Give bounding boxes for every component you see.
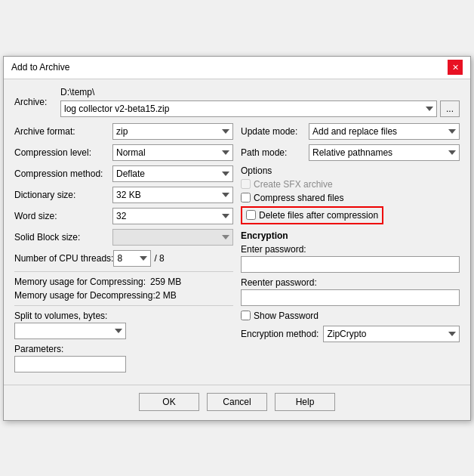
memory-compress-value: 259 MB	[150, 277, 181, 287]
delete-files-row: Delete files after compression	[241, 206, 460, 224]
reenter-password-label: Reenter password:	[241, 277, 460, 288]
divider-1	[14, 271, 233, 272]
encryption-title: Encryption	[241, 230, 460, 241]
create-sfx-row: Create SFX archive	[241, 179, 460, 190]
compression-level-row: Compression level: Normal	[14, 144, 233, 161]
memory-decompress-row: Memory usage for Decompressing: 2 MB	[14, 290, 233, 301]
archive-format-label: Archive format:	[14, 126, 112, 137]
archive-path: D:\temp\	[60, 87, 460, 97]
encryption-method-combo[interactable]: ZipCrypto	[323, 326, 460, 342]
solid-block-combo[interactable]	[112, 229, 233, 246]
cpu-threads-label: Number of CPU threads:	[14, 253, 113, 264]
path-mode-row: Path mode: Relative pathnames	[241, 144, 460, 161]
word-size-row: Word size: 32	[14, 208, 233, 224]
delete-files-label: Delete files after compression	[259, 210, 378, 221]
create-sfx-checkbox[interactable]	[241, 179, 251, 189]
compression-level-combo[interactable]: Normal	[112, 144, 233, 161]
archive-label: Archive:	[14, 97, 56, 107]
archive-select-row: log collector v2-beta15.zip ...	[60, 100, 460, 117]
dictionary-size-combo[interactable]: 32 KB	[112, 187, 233, 203]
enter-password-input[interactable]	[241, 256, 460, 273]
dialog-title: Add to Archive	[11, 62, 69, 73]
ok-button[interactable]: OK	[139, 393, 199, 411]
memory-decompress-label: Memory usage for Decompressing:	[14, 290, 155, 301]
compression-method-row: Compression method: Deflate	[14, 165, 233, 182]
reenter-password-input[interactable]	[241, 289, 460, 306]
compression-method-combo[interactable]: Deflate	[112, 165, 233, 182]
encryption-method-row: Encryption method: ZipCrypto	[241, 326, 460, 342]
dictionary-size-row: Dictionary size: 32 KB	[14, 187, 233, 203]
update-mode-combo[interactable]: Add and replace files	[309, 123, 460, 140]
divider-2	[14, 305, 233, 306]
split-combo[interactable]	[14, 323, 126, 339]
enter-password-label: Enter password:	[241, 244, 460, 255]
dictionary-size-label: Dictionary size:	[14, 190, 112, 200]
left-column: Archive format: zip Compression level: N…	[14, 123, 233, 377]
archive-format-combo[interactable]: zip	[112, 123, 233, 140]
update-mode-label: Update mode:	[241, 126, 309, 137]
path-mode-label: Path mode:	[241, 147, 309, 158]
cpu-threads-row: Number of CPU threads: 8 / 8	[14, 250, 233, 267]
compress-shared-row: Compress shared files	[241, 193, 460, 203]
cpu-threads-combo[interactable]: 8	[113, 250, 151, 267]
solid-block-row: Solid Block size:	[14, 229, 233, 246]
help-button[interactable]: Help	[275, 393, 335, 411]
memory-decompress-value: 2 MB	[155, 290, 177, 301]
cancel-button[interactable]: Cancel	[207, 393, 267, 411]
encryption-method-label: Encryption method:	[241, 329, 319, 339]
show-password-checkbox[interactable]	[241, 311, 251, 320]
word-size-combo[interactable]: 32	[112, 208, 233, 224]
two-columns: Archive format: zip Compression level: N…	[14, 123, 460, 377]
options-section: Options Create SFX archive Compress shar…	[241, 165, 460, 224]
path-mode-combo[interactable]: Relative pathnames	[309, 144, 460, 161]
encryption-section: Encryption Enter password: Reenter passw…	[241, 230, 460, 342]
footer: OK Cancel Help	[4, 385, 470, 420]
dialog-body: Archive: D:\temp\ log collector v2-beta1…	[4, 79, 470, 385]
add-to-archive-dialog: Add to Archive ✕ Archive: D:\temp\ log c…	[3, 56, 471, 421]
right-column: Update mode: Add and replace files Path …	[241, 123, 460, 377]
params-input[interactable]	[14, 356, 126, 372]
solid-block-label: Solid Block size:	[14, 232, 112, 243]
memory-compress-label: Memory usage for Compressing:	[14, 277, 150, 287]
title-bar: Add to Archive ✕	[4, 57, 470, 79]
params-row: Parameters:	[14, 344, 233, 372]
compression-method-label: Compression method:	[14, 168, 112, 179]
delete-files-highlight: Delete files after compression	[241, 206, 383, 224]
split-label: Split to volumes, bytes:	[14, 311, 233, 321]
delete-files-checkbox[interactable]	[246, 210, 256, 220]
compression-level-label: Compression level:	[14, 147, 112, 158]
options-title: Options	[241, 165, 460, 176]
params-label: Parameters:	[14, 344, 233, 354]
show-password-label: Show Password	[254, 311, 319, 321]
create-sfx-label: Create SFX archive	[254, 179, 333, 190]
archive-format-row: Archive format: zip	[14, 123, 233, 140]
memory-compress-row: Memory usage for Compressing: 259 MB	[14, 277, 233, 287]
compress-shared-label: Compress shared files	[254, 193, 343, 203]
close-button[interactable]: ✕	[448, 60, 463, 75]
archive-filename-combo[interactable]: log collector v2-beta15.zip	[60, 100, 437, 117]
cpu-threads-max: / 8	[154, 253, 164, 264]
word-size-label: Word size:	[14, 211, 112, 221]
browse-button[interactable]: ...	[440, 100, 460, 117]
split-row: Split to volumes, bytes:	[14, 311, 233, 339]
archive-row: Archive: D:\temp\ log collector v2-beta1…	[14, 87, 460, 117]
show-password-row: Show Password	[241, 311, 460, 321]
update-mode-row: Update mode: Add and replace files	[241, 123, 460, 140]
compress-shared-checkbox[interactable]	[241, 193, 251, 202]
